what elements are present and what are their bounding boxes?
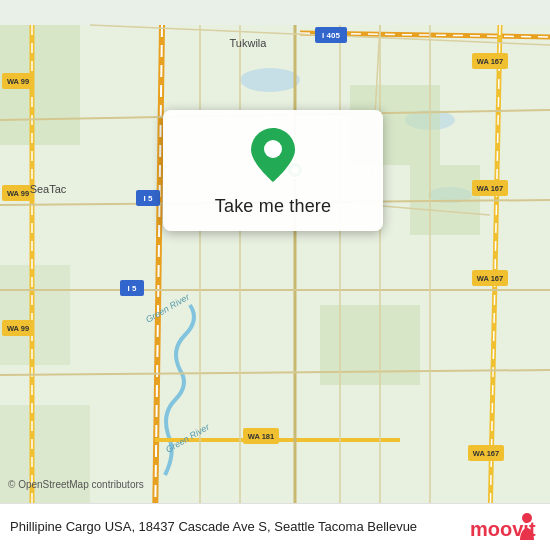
svg-text:SeaTac: SeaTac bbox=[30, 183, 67, 195]
svg-point-60 bbox=[264, 140, 282, 158]
copyright-text: © OpenStreetMap contributors bbox=[8, 479, 144, 490]
svg-text:WA 167: WA 167 bbox=[477, 57, 503, 66]
svg-text:I 405: I 405 bbox=[322, 31, 340, 40]
moovit-logo: moovit bbox=[470, 512, 540, 540]
location-pin-icon bbox=[251, 128, 295, 182]
svg-text:WA 167: WA 167 bbox=[477, 274, 503, 283]
svg-text:WA 99: WA 99 bbox=[7, 77, 29, 86]
address-text: Phillipine Cargo USA, 18437 Cascade Ave … bbox=[10, 519, 462, 534]
svg-rect-7 bbox=[320, 305, 420, 385]
svg-text:WA 181: WA 181 bbox=[248, 432, 274, 441]
svg-point-1 bbox=[240, 68, 300, 92]
svg-text:WA 167: WA 167 bbox=[473, 449, 499, 458]
map-background: I 405 WA 167 WA 167 WA 167 WA 167 WA 99 … bbox=[0, 0, 550, 550]
svg-rect-8 bbox=[0, 265, 70, 365]
map-container: I 405 WA 167 WA 167 WA 167 WA 167 WA 99 … bbox=[0, 0, 550, 550]
svg-text:WA 167: WA 167 bbox=[477, 184, 503, 193]
bottom-bar: Phillipine Cargo USA, 18437 Cascade Ave … bbox=[0, 503, 550, 550]
svg-text:Tukwila: Tukwila bbox=[230, 37, 268, 49]
svg-text:moovit: moovit bbox=[470, 518, 536, 540]
svg-text:WA 99: WA 99 bbox=[7, 324, 29, 333]
svg-text:I 5: I 5 bbox=[128, 284, 137, 293]
svg-text:I 5: I 5 bbox=[144, 194, 153, 203]
popup-card: Take me there bbox=[163, 110, 383, 231]
moovit-logo-svg: moovit bbox=[470, 512, 540, 540]
svg-text:WA 99: WA 99 bbox=[7, 189, 29, 198]
take-me-there-button[interactable]: Take me there bbox=[215, 196, 331, 217]
